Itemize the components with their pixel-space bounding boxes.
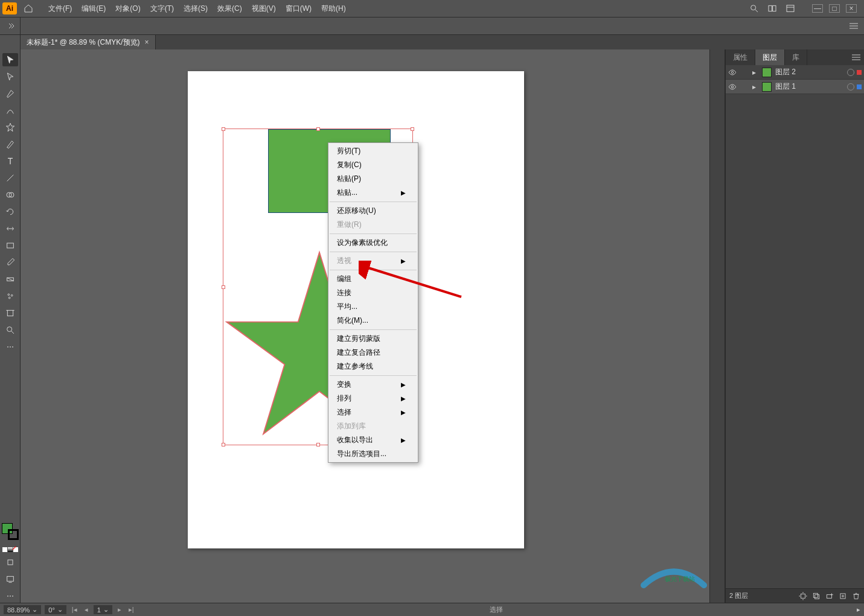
zoom-dropdown[interactable]: 88.89% ⌄ bbox=[4, 605, 41, 614]
locate-object-icon[interactable] bbox=[799, 592, 807, 600]
rotate-tool[interactable] bbox=[2, 205, 18, 218]
make-clipping-mask-icon[interactable] bbox=[812, 592, 821, 600]
new-sublayer-icon[interactable] bbox=[825, 592, 834, 600]
context-menu-item[interactable]: 建立复合路径 bbox=[328, 346, 418, 360]
menu-item[interactable]: 编辑(E) bbox=[77, 0, 110, 17]
disclosure-triangle-icon[interactable]: ▸ bbox=[752, 68, 760, 77]
menu-item[interactable]: 视图(V) bbox=[247, 0, 281, 17]
context-menu-item[interactable]: 编组 bbox=[328, 272, 418, 286]
arrange-documents-icon[interactable] bbox=[767, 4, 777, 13]
context-menu-item[interactable]: 复制(C) bbox=[328, 158, 418, 172]
context-menu-item[interactable]: 连接 bbox=[328, 286, 418, 300]
tab-close-icon[interactable]: × bbox=[145, 38, 149, 46]
layer-row[interactable]: ▸图层 1 bbox=[726, 80, 864, 94]
pen-tool[interactable] bbox=[2, 87, 18, 100]
status-menu-icon[interactable]: ▸ bbox=[857, 606, 860, 614]
gradient-tool[interactable] bbox=[2, 273, 18, 286]
context-menu-item[interactable]: 粘贴...▶ bbox=[328, 186, 418, 200]
target-icon[interactable] bbox=[847, 69, 854, 76]
edit-toolbar-icon[interactable]: ⋯ bbox=[2, 340, 18, 354]
rectangle-tool[interactable] bbox=[2, 239, 18, 252]
svg-point-17 bbox=[8, 297, 10, 299]
menu-item[interactable]: 对象(O) bbox=[110, 0, 145, 17]
target-icon[interactable] bbox=[847, 83, 854, 90]
document-tab[interactable]: 未标题-1* @ 88.89 % (CMYK/预览) × bbox=[21, 35, 156, 49]
layer-row[interactable]: ▸图层 2 bbox=[726, 65, 864, 80]
collapsed-panel-strip[interactable] bbox=[709, 49, 725, 603]
maximize-button[interactable]: □ bbox=[829, 4, 840, 13]
artboard-nav-input[interactable]: 1 ⌄ bbox=[94, 605, 112, 614]
context-menu-item[interactable]: 排列▶ bbox=[328, 392, 418, 405]
minimize-button[interactable]: — bbox=[812, 4, 823, 13]
bbox-handle[interactable] bbox=[316, 443, 320, 446]
panel-menu-icon[interactable] bbox=[848, 49, 864, 65]
bbox-handle[interactable] bbox=[222, 127, 225, 131]
stroke-swatch[interactable] bbox=[8, 529, 19, 540]
tab-layers[interactable]: 图层 bbox=[755, 49, 785, 65]
fill-stroke-swatch[interactable] bbox=[2, 523, 19, 540]
close-button[interactable]: × bbox=[846, 4, 857, 13]
artboard-tool[interactable] bbox=[2, 306, 18, 320]
context-menu-item[interactable]: 建立剪切蒙版 bbox=[328, 332, 418, 346]
star-tool[interactable] bbox=[2, 121, 18, 134]
context-menu-item[interactable]: 建立参考线 bbox=[328, 360, 418, 373]
shape-builder-tool[interactable] bbox=[2, 188, 18, 202]
context-menu-item[interactable]: 平均... bbox=[328, 300, 418, 314]
rotation-dropdown[interactable]: 0° ⌄ bbox=[45, 605, 66, 614]
home-icon[interactable] bbox=[22, 2, 35, 15]
tab-properties[interactable]: 属性 bbox=[726, 49, 755, 65]
panel-menu-icon[interactable] bbox=[843, 22, 864, 30]
toolbox-collapse-icon[interactable] bbox=[0, 17, 21, 34]
direct-selection-tool[interactable] bbox=[2, 70, 18, 83]
selection-tool[interactable] bbox=[2, 53, 18, 66]
context-menu-item[interactable]: 剪切(T) bbox=[328, 144, 418, 158]
context-menu-item[interactable]: 粘贴(P) bbox=[328, 172, 418, 186]
menu-item[interactable]: 窗口(W) bbox=[281, 0, 316, 17]
menu-item[interactable]: 帮助(H) bbox=[316, 0, 351, 17]
prev-artboard-button[interactable]: ◂ bbox=[83, 606, 90, 614]
context-menu-item[interactable]: 还原移动(U) bbox=[328, 204, 418, 218]
next-artboard-button[interactable]: ▸ bbox=[116, 606, 123, 614]
toolbar-more-icon[interactable]: ⋯ bbox=[2, 589, 18, 603]
color-mode-solid[interactable] bbox=[2, 547, 7, 552]
curvature-tool[interactable] bbox=[2, 104, 18, 117]
workspace-icon[interactable] bbox=[786, 4, 795, 13]
menu-item[interactable]: 选择(S) bbox=[179, 0, 213, 17]
delete-layer-icon[interactable] bbox=[852, 592, 860, 600]
color-mode-gradient[interactable] bbox=[8, 547, 13, 552]
menu-item[interactable]: 文字(T) bbox=[146, 0, 179, 17]
menu-item[interactable]: 效果(C) bbox=[213, 0, 247, 17]
screen-mode-icon[interactable] bbox=[2, 573, 18, 586]
tab-libraries[interactable]: 库 bbox=[785, 49, 807, 65]
bbox-handle[interactable] bbox=[316, 127, 320, 131]
search-icon[interactable] bbox=[749, 4, 759, 13]
context-menu-item[interactable]: 导出所选项目... bbox=[328, 447, 418, 461]
layer-name[interactable]: 图层 1 bbox=[774, 81, 845, 92]
new-layer-icon[interactable] bbox=[839, 592, 847, 600]
color-mode-none[interactable] bbox=[13, 547, 18, 552]
visibility-toggle-icon[interactable] bbox=[728, 83, 739, 91]
visibility-toggle-icon[interactable] bbox=[728, 68, 739, 77]
draw-mode-icon[interactable] bbox=[2, 556, 18, 569]
canvas[interactable]: 剪切(T)复制(C)粘贴(P)粘贴...▶还原移动(U)重做(R)设为像素级优化… bbox=[21, 49, 709, 603]
first-artboard-button[interactable]: |◂ bbox=[70, 606, 79, 614]
menu-item[interactable]: 文件(F) bbox=[43, 0, 77, 17]
bbox-handle[interactable] bbox=[222, 285, 225, 289]
last-artboard-button[interactable]: ▸| bbox=[127, 606, 136, 614]
context-menu-item[interactable]: 变换▶ bbox=[328, 378, 418, 392]
context-menu-item[interactable]: 选择▶ bbox=[328, 405, 418, 419]
bbox-handle[interactable] bbox=[222, 443, 225, 446]
disclosure-triangle-icon[interactable]: ▸ bbox=[752, 83, 760, 91]
context-menu-item[interactable]: 设为像素级优化 bbox=[328, 236, 418, 250]
paintbrush-tool[interactable] bbox=[2, 138, 18, 151]
context-menu-item[interactable]: 收集以导出▶ bbox=[328, 433, 418, 447]
symbol-sprayer-tool[interactable] bbox=[2, 290, 18, 303]
eyedropper-tool[interactable] bbox=[2, 256, 18, 269]
zoom-tool[interactable] bbox=[2, 323, 18, 337]
line-tool[interactable] bbox=[2, 171, 18, 185]
type-tool[interactable] bbox=[2, 154, 18, 168]
layer-name[interactable]: 图层 2 bbox=[774, 67, 845, 77]
width-tool[interactable] bbox=[2, 222, 18, 235]
context-menu-item[interactable]: 简化(M)... bbox=[328, 314, 418, 328]
bbox-handle[interactable] bbox=[411, 127, 414, 131]
